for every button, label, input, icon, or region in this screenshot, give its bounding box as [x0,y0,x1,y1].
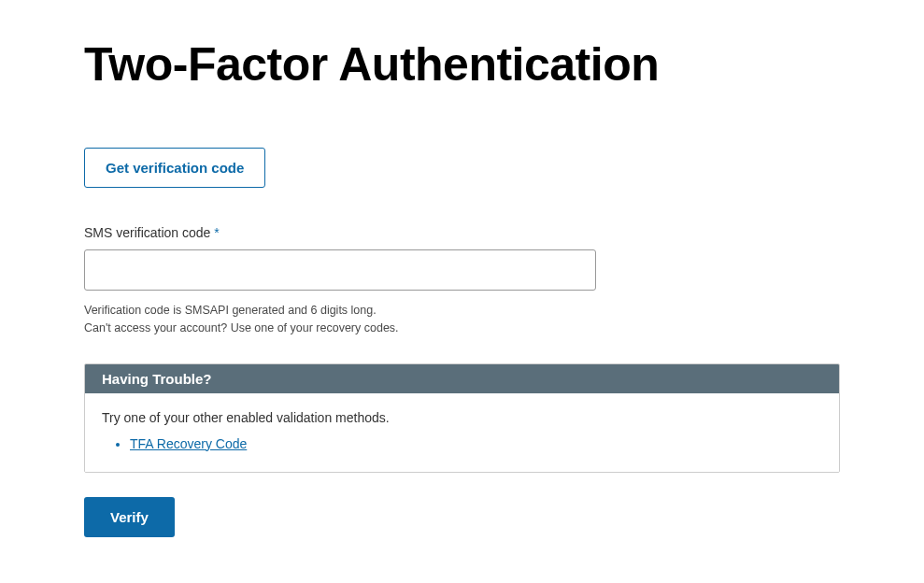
sms-code-label: SMS verification code * [84,225,840,240]
trouble-panel: Having Trouble? Try one of your other en… [84,363,840,473]
trouble-methods-list: TFA Recovery Code [102,436,822,451]
sms-code-label-text: SMS verification code [84,225,210,240]
sms-code-input[interactable] [84,249,596,291]
help-text-line-1: Verification code is SMSAPI generated an… [84,302,840,320]
list-item: TFA Recovery Code [130,436,822,451]
trouble-panel-body: Try one of your other enabled validation… [85,393,839,472]
get-verification-code-button[interactable]: Get verification code [84,148,265,188]
trouble-panel-text: Try one of your other enabled validation… [102,410,822,425]
sms-code-group: SMS verification code * Verification cod… [84,225,840,337]
trouble-panel-header: Having Trouble? [85,364,839,393]
verify-button[interactable]: Verify [84,497,175,537]
tfa-recovery-code-link[interactable]: TFA Recovery Code [130,436,247,451]
required-asterisk: * [214,225,219,240]
page-title: Two-Factor Authentication [84,37,840,92]
help-text-line-2: Can't access your account? Use one of yo… [84,320,840,337]
sms-code-help-text: Verification code is SMSAPI generated an… [84,302,840,337]
